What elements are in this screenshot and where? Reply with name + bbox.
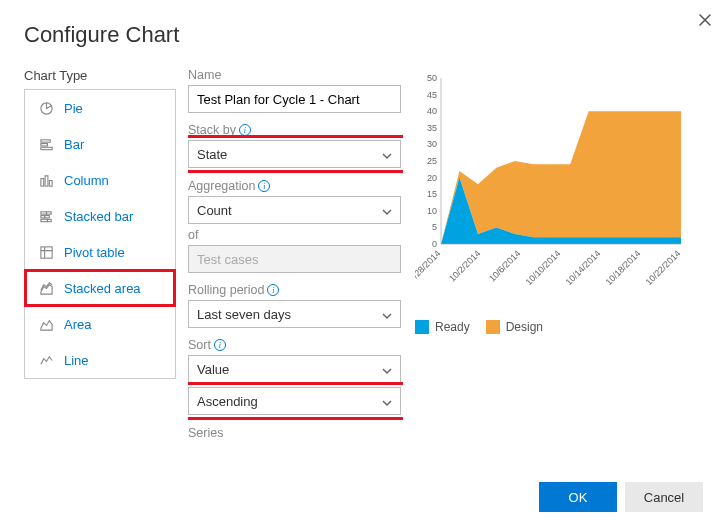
chart-type-area[interactable]: Area bbox=[25, 306, 175, 342]
chart-type-panel: Chart Type Pie Bar Column Stacked bar bbox=[24, 68, 176, 468]
sort-label: Sorti bbox=[188, 338, 401, 352]
configure-chart-dialog: Configure Chart Chart Type Pie Bar Colum… bbox=[0, 0, 727, 528]
legend-item-design: Design bbox=[486, 320, 543, 334]
legend-item-ready: Ready bbox=[415, 320, 470, 334]
chart-type-label: Chart Type bbox=[24, 68, 176, 83]
svg-text:9/28/2014: 9/28/2014 bbox=[415, 248, 442, 283]
chart-type-label-text: Pivot table bbox=[64, 245, 125, 260]
legend-label: Design bbox=[506, 320, 543, 334]
chevron-down-icon bbox=[382, 205, 392, 215]
area-icon bbox=[38, 316, 54, 332]
chart-type-stacked-bar[interactable]: Stacked bar bbox=[25, 198, 175, 234]
chart-type-list: Pie Bar Column Stacked bar Pivot table bbox=[24, 89, 176, 379]
svg-rect-5 bbox=[45, 175, 48, 185]
chevron-down-icon bbox=[382, 396, 392, 406]
ok-button[interactable]: OK bbox=[539, 482, 617, 512]
chart-type-label-text: Area bbox=[64, 317, 91, 332]
sort-direction-highlight: Ascending bbox=[188, 382, 403, 420]
sort-by-select[interactable]: Value bbox=[188, 355, 401, 383]
dialog-title: Configure Chart bbox=[24, 22, 703, 48]
rolling-period-select[interactable]: Last seven days bbox=[188, 300, 401, 328]
select-value: Ascending bbox=[197, 394, 258, 409]
chevron-down-icon bbox=[382, 149, 392, 159]
aggregation-select[interactable]: Count bbox=[188, 196, 401, 224]
svg-text:50: 50 bbox=[427, 73, 437, 83]
select-value: Test cases bbox=[197, 252, 258, 267]
info-icon[interactable]: i bbox=[267, 284, 279, 296]
chevron-down-icon bbox=[382, 309, 392, 319]
svg-text:45: 45 bbox=[427, 90, 437, 100]
info-icon[interactable]: i bbox=[214, 339, 226, 351]
rolling-period-label: Rolling periodi bbox=[188, 283, 401, 297]
chart-type-column[interactable]: Column bbox=[25, 162, 175, 198]
chart-type-bar[interactable]: Bar bbox=[25, 126, 175, 162]
svg-text:10: 10 bbox=[427, 206, 437, 216]
svg-text:35: 35 bbox=[427, 123, 437, 133]
svg-rect-6 bbox=[49, 180, 52, 186]
pivot-table-icon bbox=[38, 244, 54, 260]
line-icon bbox=[38, 352, 54, 368]
series-label: Series bbox=[188, 426, 401, 440]
legend-swatch bbox=[415, 320, 429, 334]
chart-type-line[interactable]: Line bbox=[25, 342, 175, 378]
info-icon[interactable]: i bbox=[258, 180, 270, 192]
svg-rect-2 bbox=[40, 143, 47, 145]
select-value: Last seven days bbox=[197, 307, 291, 322]
chart-type-label-text: Bar bbox=[64, 137, 84, 152]
aggregation-of-select: Test cases bbox=[188, 245, 401, 273]
svg-rect-3 bbox=[40, 147, 51, 149]
sort-direction-select[interactable]: Ascending bbox=[188, 387, 401, 415]
cancel-button[interactable]: Cancel bbox=[625, 482, 703, 512]
select-value: State bbox=[197, 147, 227, 162]
aggregation-label: Aggregationi bbox=[188, 179, 401, 193]
chart-config-fields: Name Stack byi State Aggregationi Count … bbox=[188, 68, 403, 468]
svg-text:10/10/2014: 10/10/2014 bbox=[523, 248, 562, 287]
svg-text:25: 25 bbox=[427, 156, 437, 166]
svg-rect-7 bbox=[40, 211, 46, 213]
svg-text:0: 0 bbox=[432, 239, 437, 249]
svg-rect-10 bbox=[44, 215, 49, 217]
chart-type-pie[interactable]: Pie bbox=[25, 90, 175, 126]
svg-rect-11 bbox=[40, 219, 47, 221]
svg-text:5: 5 bbox=[432, 222, 437, 232]
svg-text:10/2/2014: 10/2/2014 bbox=[447, 248, 482, 283]
name-label: Name bbox=[188, 68, 401, 82]
svg-text:10/14/2014: 10/14/2014 bbox=[563, 248, 602, 287]
select-value: Count bbox=[197, 203, 232, 218]
chart-legend: Ready Design bbox=[415, 320, 697, 334]
chart-type-label-text: Stacked area bbox=[64, 281, 141, 296]
svg-text:40: 40 bbox=[427, 106, 437, 116]
aggregation-of-label: of bbox=[188, 228, 401, 242]
svg-text:30: 30 bbox=[427, 139, 437, 149]
name-input[interactable] bbox=[188, 85, 401, 113]
stack-by-select[interactable]: State bbox=[188, 140, 401, 168]
chart-preview-panel: 051015202530354045509/28/201410/2/201410… bbox=[415, 68, 703, 468]
svg-rect-1 bbox=[40, 139, 49, 141]
chevron-down-icon bbox=[382, 364, 392, 374]
stacked-area-chart: 051015202530354045509/28/201410/2/201410… bbox=[415, 72, 685, 302]
svg-text:10/6/2014: 10/6/2014 bbox=[487, 248, 522, 283]
close-icon bbox=[699, 14, 711, 26]
svg-rect-12 bbox=[47, 219, 51, 221]
stack-by-highlight: State bbox=[188, 135, 403, 173]
dialog-content: Chart Type Pie Bar Column Stacked bar bbox=[24, 68, 703, 468]
chart-type-stacked-area[interactable]: Stacked area bbox=[25, 270, 175, 306]
svg-text:20: 20 bbox=[427, 173, 437, 183]
svg-rect-4 bbox=[40, 178, 43, 186]
legend-swatch bbox=[486, 320, 500, 334]
svg-text:10/22/2014: 10/22/2014 bbox=[643, 248, 682, 287]
stacked-bar-icon bbox=[38, 208, 54, 224]
legend-label: Ready bbox=[435, 320, 470, 334]
chart-type-label-text: Line bbox=[64, 353, 89, 368]
pie-icon bbox=[38, 100, 54, 116]
svg-rect-13 bbox=[40, 246, 51, 257]
chart-type-label-text: Column bbox=[64, 173, 109, 188]
chart-type-pivot-table[interactable]: Pivot table bbox=[25, 234, 175, 270]
stacked-area-icon bbox=[38, 280, 54, 296]
dialog-footer: OK Cancel bbox=[24, 468, 703, 528]
column-icon bbox=[38, 172, 54, 188]
svg-text:10/18/2014: 10/18/2014 bbox=[603, 248, 642, 287]
bar-icon bbox=[38, 136, 54, 152]
close-button[interactable] bbox=[695, 10, 715, 30]
svg-text:15: 15 bbox=[427, 189, 437, 199]
